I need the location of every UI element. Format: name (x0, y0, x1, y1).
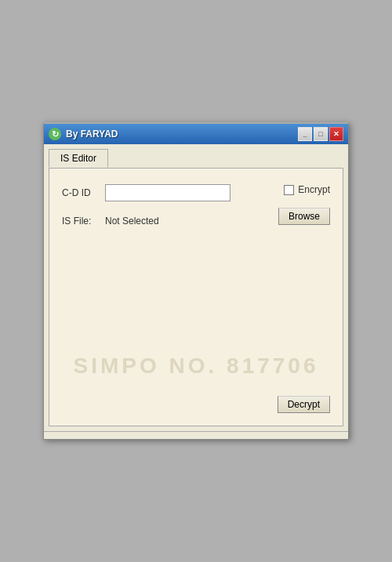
encrypt-label: Encrypt (298, 184, 330, 195)
encrypt-row: Encrypt (284, 184, 330, 195)
decrypt-button[interactable]: Decrypt (278, 396, 330, 413)
watermark: SIMPO NO. 817706 (73, 354, 318, 379)
cdid-label: C-D ID (62, 187, 105, 198)
maximize-button[interactable]: □ (314, 127, 328, 141)
encrypt-checkbox[interactable] (284, 185, 294, 195)
tab-bar: IS Editor (49, 149, 343, 168)
window-footer (44, 431, 348, 439)
isfile-value: Not Selected (105, 216, 159, 227)
decrypt-row: Decrypt (278, 396, 330, 413)
window-body: IS Editor C-D ID Encrypt IS File: Not Se… (44, 144, 348, 431)
title-bar-buttons: _ □ ✕ (298, 127, 343, 141)
browse-row: Browse (278, 208, 330, 225)
tab-content: C-D ID Encrypt IS File: Not Selected Bro… (49, 168, 343, 426)
title-bar-left: By FARYAD (49, 128, 118, 140)
title-bar: By FARYAD _ □ ✕ (44, 124, 348, 144)
app-icon (49, 128, 61, 140)
cdid-input[interactable] (105, 184, 230, 201)
window-title: By FARYAD (66, 129, 118, 140)
isfile-label: IS File: (62, 216, 105, 227)
minimize-button[interactable]: _ (298, 127, 312, 141)
main-window: By FARYAD _ □ ✕ IS Editor C-D ID Encrypt (43, 122, 349, 440)
close-button[interactable]: ✕ (329, 127, 343, 141)
tab-is-editor[interactable]: IS Editor (49, 149, 108, 168)
browse-button[interactable]: Browse (278, 208, 330, 225)
